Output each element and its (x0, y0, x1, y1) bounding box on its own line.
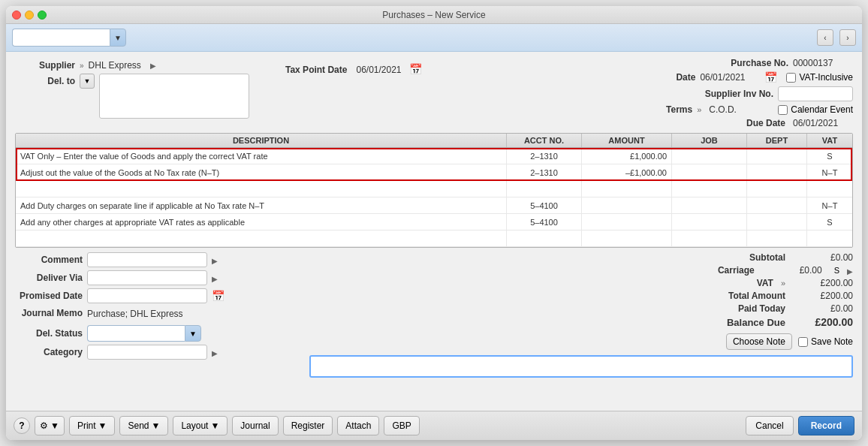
vat-double-arrow: » (781, 279, 785, 288)
row2-description: Adjust out the value of the Goods at No … (16, 164, 507, 180)
promised-date-calendar-icon[interactable]: 📅 (212, 290, 225, 302)
help-button[interactable]: ? (14, 417, 30, 434)
minimize-button[interactable] (25, 11, 34, 20)
table-row[interactable] (16, 181, 852, 197)
calendar-event-checkbox[interactable] (778, 105, 788, 115)
deliver-via-arrow: ▶ (212, 273, 218, 283)
save-note-checkbox[interactable] (798, 337, 808, 347)
close-button[interactable] (12, 11, 21, 20)
record-button[interactable]: Record (798, 416, 854, 435)
row1-description: VAT Only – Enter the value of Goods and … (16, 148, 507, 164)
attach-button[interactable]: Attach (337, 416, 379, 435)
nav-next-button[interactable]: › (839, 29, 856, 46)
table-row[interactable]: VAT Only – Enter the value of Goods and … (16, 148, 852, 164)
gear-dropdown-arrow: ▼ (50, 420, 59, 431)
purchase-type-input[interactable]: PURCHASE (12, 29, 110, 47)
table-row[interactable]: Add Duty charges on separate line if app… (16, 197, 852, 214)
table-row[interactable] (16, 231, 852, 247)
table-row[interactable]: Adjust out the value of the Goods at No … (16, 164, 852, 181)
window-title: Purchases – New Service (382, 10, 485, 20)
bottom-toolbar: ? ⚙ ▼ Print ▼ Send ▼ Layout ▼ Journal Re… (6, 411, 862, 440)
supplier-inv-row: Supplier Inv No. DHL51515 (628, 86, 853, 101)
row3-description (16, 181, 507, 197)
vat-value: £200.00 (793, 278, 853, 288)
category-row: Category ▶ (15, 345, 300, 360)
nav-prev-button[interactable]: ‹ (817, 29, 833, 46)
maximize-button[interactable] (38, 11, 47, 20)
note-textarea[interactable] (309, 355, 853, 378)
promised-date-label: Promised Date (15, 291, 83, 301)
promised-date-input[interactable] (87, 288, 207, 303)
row3-amount (582, 181, 672, 197)
carriage-code: S (834, 266, 839, 275)
supplier-double-arrow: » (80, 59, 84, 70)
vat-inclusive-checkbox[interactable] (786, 73, 796, 83)
send-arrow: ▼ (152, 420, 161, 431)
comment-input[interactable] (87, 252, 207, 267)
register-button[interactable]: Register (283, 416, 333, 435)
del-to-input[interactable] (99, 74, 249, 119)
print-button[interactable]: Print ▼ (69, 416, 116, 435)
row2-amount: –£1,000.00 (582, 164, 672, 180)
carriage-row: Carriage £0.00 S ▶ (309, 265, 853, 276)
send-button[interactable]: Send ▼ (119, 416, 168, 435)
row3-acct-no (507, 181, 582, 197)
supplier-row: Supplier » DHL Express ▶ (15, 58, 278, 71)
purchase-type-dropdown[interactable]: ▼ (110, 29, 126, 47)
row6-job (672, 231, 747, 246)
subtotal-row: Subtotal £0.00 (309, 252, 853, 263)
table-header: DESCRIPTION ACCT NO. AMOUNT JOB DEPT VAT (16, 134, 852, 148)
tax-point-row: Tax Point Date 06/01/2021 📅 (285, 62, 422, 75)
row4-amount (582, 197, 672, 213)
right-top-fields: Purchase No. 00000137 Date 06/01/2021 📅 … (628, 58, 853, 128)
date-label: Date (676, 72, 695, 83)
journal-label: Journal (240, 420, 270, 431)
layout-button[interactable]: Layout ▼ (173, 416, 228, 435)
subtotal-label: Subtotal (710, 252, 785, 263)
supplier-arrow2[interactable]: ▶ (150, 59, 156, 70)
purchase-type-select[interactable]: PURCHASE ▼ (12, 29, 126, 47)
del-status-dropdown-btn[interactable]: ▼ (185, 325, 201, 342)
balance-due-value: £200.00 (793, 316, 853, 328)
row5-vat: S (807, 214, 852, 230)
save-note-row: Save Note (798, 336, 853, 347)
row6-amount (582, 231, 672, 246)
del-status-input[interactable]: Print (87, 325, 185, 342)
row5-description: Add any other charges at appropriate VAT… (16, 214, 507, 230)
deliver-via-input[interactable] (87, 270, 207, 285)
row4-acct-no: 5–4100 (507, 197, 582, 213)
journal-button[interactable]: Journal (232, 416, 278, 435)
top-area: Supplier » DHL Express ▶ Del. to ▼ Tax P… (15, 58, 853, 128)
del-to-dropdown[interactable]: ▼ (80, 74, 95, 89)
row4-dept (747, 197, 807, 213)
row2-job (672, 164, 747, 180)
supplier-inv-input[interactable]: DHL51515 (778, 86, 853, 101)
carriage-arrow[interactable]: ▶ (847, 265, 853, 276)
col-vat: VAT (807, 134, 852, 147)
tax-point-label: Tax Point Date (285, 62, 347, 75)
category-arrow: ▶ (212, 347, 218, 357)
send-label: Send (128, 420, 149, 431)
vat-row: VAT » £200.00 (309, 278, 853, 288)
gbp-button[interactable]: GBP (384, 416, 419, 435)
del-status-label: Del. Status (15, 328, 83, 339)
terms-value: C.O.D. (709, 104, 769, 115)
table-row[interactable]: Add any other charges at appropriate VAT… (16, 214, 852, 231)
gear-button[interactable]: ⚙ ▼ (35, 416, 65, 435)
tax-point-calendar-icon[interactable]: 📅 (409, 63, 422, 75)
cancel-button[interactable]: Cancel (746, 416, 793, 435)
col-acct-no: ACCT NO. (507, 134, 582, 147)
terms-double-arrow: » (697, 105, 701, 114)
del-status-select[interactable]: Print ▼ (87, 325, 201, 342)
note-text-area-row (309, 355, 853, 378)
choose-note-button[interactable]: Choose Note (726, 333, 792, 350)
print-arrow: ▼ (98, 420, 107, 431)
calendar-event-label: Calendar Event (791, 104, 853, 115)
date-calendar-icon[interactable]: 📅 (764, 71, 777, 83)
row6-vat (807, 231, 852, 246)
due-date-label: Due Date (746, 118, 785, 128)
gbp-label: GBP (392, 420, 411, 431)
category-input[interactable] (87, 345, 207, 360)
save-note-label: Save Note (811, 336, 853, 347)
row5-dept (747, 214, 807, 230)
